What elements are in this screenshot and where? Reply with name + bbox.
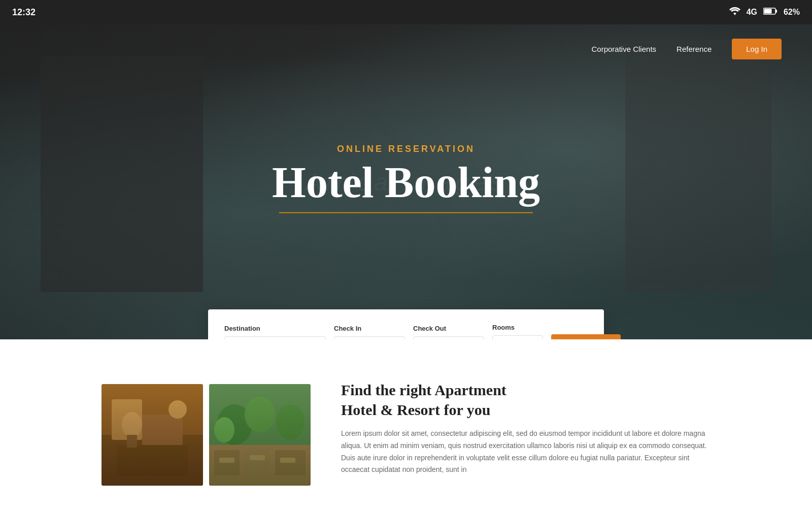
- status-icons: 4G 62%: [729, 7, 800, 17]
- svg-rect-2: [764, 9, 771, 14]
- check-now-button[interactable]: Check Now: [551, 334, 621, 339]
- nav-reference[interactable]: Reference: [676, 45, 712, 53]
- svg-rect-12: [209, 445, 311, 486]
- svg-rect-4: [101, 435, 203, 486]
- login-button[interactable]: Log In: [732, 39, 782, 59]
- svg-rect-9: [142, 415, 183, 445]
- hero-title: Hotel Booking: [272, 161, 540, 204]
- hero-content: ONLINE RESERVATION Hotel Booking: [272, 144, 540, 213]
- network-label: 4G: [747, 8, 757, 17]
- svg-rect-8: [127, 435, 137, 448]
- battery-percent: 62%: [784, 8, 800, 17]
- image-group: [101, 384, 311, 486]
- svg-rect-17: [250, 455, 265, 460]
- svg-point-19: [217, 404, 252, 445]
- content-section: Find the right Apartment Hotel & Resort …: [0, 339, 812, 508]
- rooms-field: Rooms 1 2 3 4 5: [492, 324, 543, 339]
- time: 12:32: [12, 7, 36, 18]
- status-bar: 12:32 4G 62%: [0, 0, 812, 24]
- checkin-field: Check In 📅: [334, 325, 405, 339]
- svg-rect-14: [245, 448, 270, 475]
- rooms-select[interactable]: 1 2 3 4 5: [492, 335, 543, 339]
- svg-rect-3: [101, 384, 203, 486]
- checkin-input-wrap: 📅: [334, 336, 405, 339]
- checkout-label: Check Out: [413, 325, 484, 332]
- content-body: Lorem ipsum dolor sit amet, consectetur …: [341, 428, 710, 476]
- search-box: Destination Check In 📅 Check Out 📅 Rooms…: [208, 309, 604, 339]
- content-area: Find the right Apartment Hotel & Resort …: [0, 339, 812, 508]
- svg-rect-11: [209, 384, 311, 486]
- svg-rect-16: [219, 458, 234, 463]
- svg-point-7: [122, 412, 142, 437]
- svg-point-20: [245, 397, 275, 432]
- svg-rect-1: [775, 10, 777, 13]
- checkout-field: Check Out 📅: [413, 325, 484, 339]
- svg-point-22: [214, 417, 234, 442]
- checkout-input-wrap: 📅: [413, 336, 484, 339]
- destination-field: Destination: [224, 325, 326, 339]
- text-content: Find the right Apartment Hotel & Resort …: [341, 380, 710, 476]
- checkout-input[interactable]: [413, 336, 484, 339]
- svg-rect-15: [275, 450, 306, 475]
- hotel-image-2: [209, 384, 311, 486]
- navigation: Corporative Clients Reference Log In: [561, 24, 813, 74]
- battery-icon: [763, 8, 777, 17]
- wifi-icon: [729, 7, 740, 17]
- hero-divider: [279, 212, 533, 213]
- checkin-label: Check In: [334, 325, 405, 332]
- checkin-input[interactable]: [334, 336, 405, 339]
- svg-point-10: [168, 400, 187, 419]
- svg-point-21: [276, 404, 304, 440]
- hotel-image-1: [101, 384, 203, 486]
- hero-subtitle: ONLINE RESERVATION: [272, 144, 540, 154]
- hero-section: Africa Images Corporative Clients Refere…: [0, 24, 812, 339]
- nav-corporative-clients[interactable]: Corporative Clients: [592, 45, 657, 53]
- svg-rect-6: [117, 445, 188, 475]
- rooms-label: Rooms: [492, 324, 543, 331]
- destination-label: Destination: [224, 325, 326, 332]
- svg-rect-5: [112, 399, 142, 440]
- destination-input[interactable]: [224, 336, 326, 339]
- svg-rect-13: [214, 450, 240, 475]
- svg-rect-18: [280, 458, 295, 463]
- content-heading: Find the right Apartment Hotel & Resort …: [341, 380, 710, 420]
